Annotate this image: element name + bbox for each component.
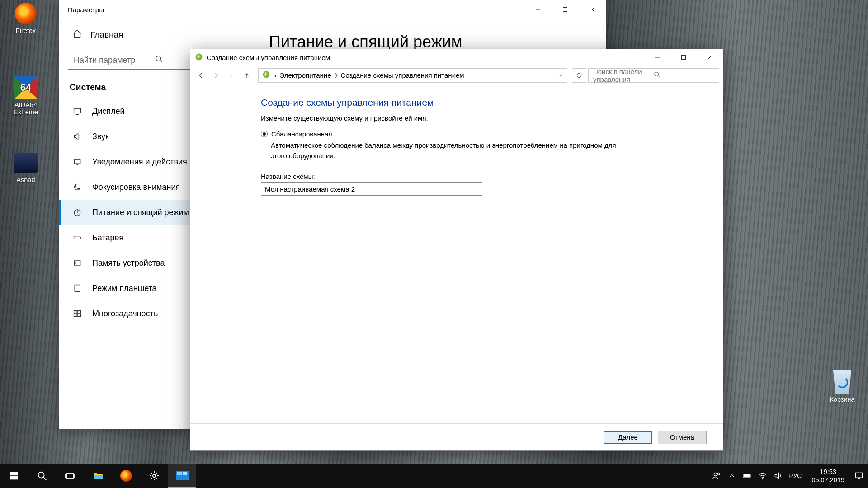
aida64-icon: 64 — [14, 76, 38, 99]
svg-rect-47 — [744, 475, 750, 477]
action-center-icon[interactable] — [854, 471, 863, 480]
svg-point-43 — [714, 473, 717, 476]
chevron-right-icon: ❯ — [334, 72, 338, 78]
cp-footer: Далее Отмена — [190, 423, 723, 450]
scheme-name-input[interactable]: Моя настраиваемая схема 2 — [261, 182, 482, 196]
wifi-icon[interactable] — [758, 471, 767, 480]
svg-rect-1 — [563, 8, 567, 12]
desktop-icon-firefox[interactable]: Firefox — [5, 2, 46, 34]
close-button[interactable] — [697, 49, 723, 66]
nav-label: Фокусировка внимания — [92, 183, 180, 192]
breadcrumb-item[interactable]: Создание схемы управления питанием — [341, 71, 464, 79]
close-button[interactable] — [579, 0, 606, 19]
battery-icon — [72, 233, 82, 242]
svg-rect-6 — [74, 108, 81, 113]
svg-rect-42 — [183, 472, 187, 475]
power-plan-icon — [262, 70, 270, 80]
plan-radio-balanced[interactable]: Сбалансированная — [261, 130, 705, 138]
svg-rect-29 — [10, 472, 14, 476]
svg-rect-19 — [74, 314, 77, 317]
chevron-up-icon[interactable] — [727, 473, 736, 479]
svg-rect-49 — [856, 473, 863, 478]
multitask-icon — [72, 309, 82, 318]
control-panel-window[interactable]: Создание схемы управления питанием « Эле… — [190, 49, 723, 451]
radio-icon — [261, 131, 268, 137]
svg-point-27 — [655, 72, 659, 76]
plan-description: Автоматическое соблюдение баланса между … — [261, 141, 618, 161]
taskbar-settings[interactable] — [140, 464, 168, 488]
breadcrumb-item[interactable]: Электропитание — [279, 71, 331, 79]
desktop-icon-label: Firefox — [5, 27, 46, 34]
tablet-icon — [72, 284, 82, 293]
nav-back-button[interactable] — [194, 69, 208, 82]
search-icon — [654, 71, 714, 80]
people-icon[interactable] — [712, 471, 721, 480]
nav-label: Звук — [92, 132, 109, 141]
minimize-button[interactable] — [644, 49, 670, 66]
nav-label: Батарея — [92, 233, 123, 243]
plan-name: Сбалансированная — [271, 130, 332, 138]
nav-up-button[interactable] — [240, 69, 254, 82]
svg-point-33 — [38, 472, 44, 478]
taskbar-explorer[interactable] — [84, 464, 112, 488]
svg-rect-38 — [94, 475, 103, 479]
taskbar-firefox[interactable] — [112, 464, 140, 488]
sound-icon — [72, 132, 82, 141]
desktop-icon-recycle-bin[interactable]: Корзина — [822, 371, 863, 403]
svg-rect-31 — [10, 476, 14, 480]
nav-label: Уведомления и действия — [92, 157, 187, 167]
svg-rect-8 — [74, 159, 80, 164]
taskbar[interactable]: РУС 19:53 05.07.2019 — [0, 464, 868, 488]
nav-label: Многозадачность — [92, 309, 158, 319]
svg-rect-35 — [66, 474, 74, 478]
taskview-button[interactable] — [56, 464, 84, 488]
cp-search[interactable]: Поиск в панели управления — [588, 68, 719, 83]
settings-home[interactable]: Главная — [68, 19, 242, 51]
nav-recent-button[interactable] — [225, 69, 238, 82]
cp-titlebar[interactable]: Создание схемы управления питанием — [190, 49, 723, 66]
svg-point-14 — [75, 263, 76, 263]
svg-rect-11 — [74, 236, 80, 239]
svg-rect-41 — [177, 472, 182, 475]
taskbar-control-panel[interactable] — [168, 464, 196, 488]
system-tray: РУС 19:53 05.07.2019 — [708, 464, 868, 488]
recycle-bin-icon — [830, 371, 854, 394]
search-button[interactable] — [28, 464, 56, 488]
home-icon — [72, 29, 82, 41]
battery-tray-icon[interactable] — [743, 473, 752, 479]
breadcrumb-prefix: « — [273, 71, 277, 79]
volume-icon[interactable] — [774, 471, 783, 480]
cp-content: Создание схемы управления питанием Измен… — [190, 85, 723, 423]
settings-titlebar[interactable]: Параметры — [59, 0, 606, 19]
folder-icon — [14, 151, 38, 174]
desktop-icon-asnad[interactable]: Asnad — [5, 151, 46, 183]
cancel-button[interactable]: Отмена — [658, 431, 707, 444]
nav-label: Питание и спящий режим — [92, 208, 189, 217]
address-bar[interactable]: « Электропитание ❯ Создание схемы управл… — [258, 68, 567, 83]
chevron-down-icon[interactable] — [559, 71, 563, 79]
maximize-button[interactable] — [670, 49, 697, 66]
maximize-button[interactable] — [552, 0, 579, 19]
next-button[interactable]: Далее — [604, 431, 652, 444]
minimize-button[interactable] — [524, 0, 552, 19]
cancel-button-label: Отмена — [670, 433, 694, 441]
nav-label: Режим планшета — [92, 284, 157, 293]
language-indicator[interactable]: РУС — [789, 472, 802, 479]
svg-point-48 — [763, 479, 764, 479]
cp-heading: Создание схемы управления питанием — [261, 97, 705, 108]
scheme-name-value: Моя настраиваемая схема 2 — [265, 185, 355, 193]
desktop-icon-aida64[interactable]: 64 AIDA64 Extreme — [5, 76, 46, 116]
refresh-button[interactable] — [572, 68, 586, 83]
svg-rect-32 — [14, 476, 18, 480]
start-button[interactable] — [0, 464, 28, 488]
nav-forward-button[interactable] — [209, 69, 223, 82]
cp-search-placeholder: Поиск в панели управления — [593, 68, 654, 83]
svg-rect-23 — [682, 56, 686, 60]
taskbar-clock[interactable]: 19:53 05.07.2019 — [808, 468, 848, 484]
svg-point-39 — [153, 474, 156, 477]
scheme-name-label: Название схемы: — [261, 173, 705, 180]
desktop-icon-label: Корзина — [822, 396, 863, 403]
settings-title: Параметры — [68, 6, 104, 14]
desktop-icon-label: AIDA64 Extreme — [5, 101, 46, 116]
svg-line-34 — [43, 477, 46, 480]
